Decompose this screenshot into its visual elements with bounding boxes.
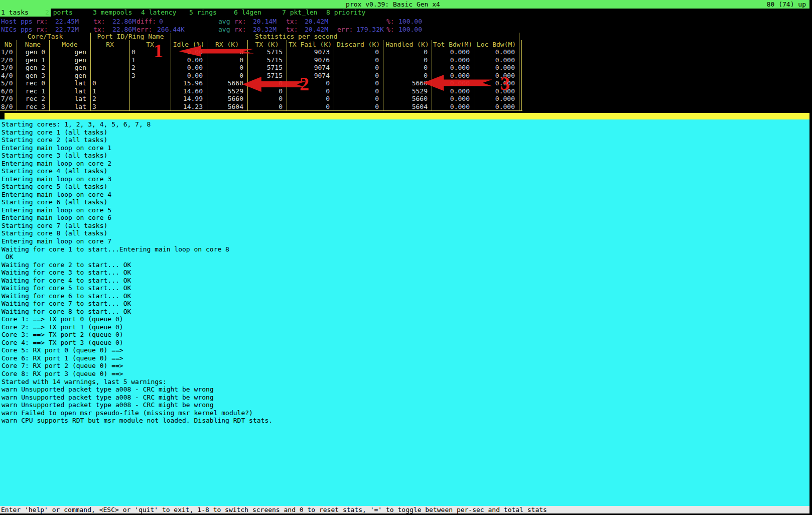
log-line: Waiting for core 2 to start... OK <box>2 261 273 269</box>
table-cell: 5660 <box>208 79 243 87</box>
table-cell: 15.96 <box>172 79 203 87</box>
table-cell: 5/0 <box>1 79 13 87</box>
table-cell: 0 <box>208 64 243 72</box>
annotation-number-1: 1 <box>154 41 163 60</box>
table-cell: 0 <box>92 79 96 87</box>
table-column-separator <box>49 40 50 111</box>
table-cell: 7/0 <box>1 95 13 103</box>
table-cell: 0 <box>131 48 136 56</box>
table-column-header: RX <box>90 41 129 49</box>
table-cell: 0 <box>335 87 379 95</box>
log-line: Entering main loop on core 7 <box>2 237 273 245</box>
table-cell: 0 <box>335 79 379 87</box>
table-column-separator <box>247 40 248 111</box>
log-line: Entering main loop on core 2 <box>2 160 273 168</box>
log-line: Starting cores: 1, 2, 3, 4, 5, 6, 7, 8 <box>2 120 273 128</box>
log-line: warn Failed to open msr pseudo-file (mis… <box>2 409 273 417</box>
table-cell: 3 <box>92 103 96 111</box>
table-cell: 5715 <box>248 72 283 80</box>
log-line: warn Unsupported packet type a008 - CRC … <box>2 385 273 394</box>
table-cell: 9076 <box>288 56 330 64</box>
table-cell: 0.000 <box>433 103 470 111</box>
log-line: Starting core 1 (all tasks) <box>2 128 273 137</box>
table-cell: 0 <box>248 103 283 111</box>
table-cell: 1 <box>131 56 136 64</box>
table-cell: 9073 <box>288 48 330 56</box>
table-cell: 2/0 <box>1 56 13 64</box>
log-area: Starting cores: 1, 2, 3, 4, 5, 6, 7, 8St… <box>2 120 273 425</box>
table-column-header: Discard (K) <box>334 41 383 49</box>
annotation-number-2: 2 <box>300 74 309 93</box>
log-line: Starting core 2 (all tasks) <box>2 136 273 144</box>
log-line: Waiting for core 1 to start...Entering m… <box>2 245 273 253</box>
table-cell: 0.000 <box>433 95 470 103</box>
log-line: OK <box>2 253 273 261</box>
table-cell: 14.60 <box>172 87 203 95</box>
table-cell: lat <box>50 103 86 111</box>
log-line: Starting core 6 (all tasks) <box>2 198 273 206</box>
table-cell: 6/0 <box>1 87 13 95</box>
table-column-separator <box>334 40 334 111</box>
divider-bar <box>0 113 809 119</box>
table-cell: lat <box>50 79 86 87</box>
table-cell: gen <box>50 56 86 64</box>
table-cell: 0 <box>335 103 379 111</box>
log-line: Waiting for core 7 to start... OK <box>2 300 273 308</box>
status-bar[interactable]: Enter 'help' or command, <ESC> or 'quit'… <box>0 506 809 513</box>
table-right-border <box>521 40 522 111</box>
table-column-separator <box>383 40 383 111</box>
table-cell: gen <box>50 48 86 56</box>
table-cell: 0.00 <box>172 64 203 72</box>
table-cell: 0 <box>335 95 379 103</box>
table-cell: 0 <box>384 72 428 80</box>
table-cell: rec 2 <box>18 95 45 103</box>
log-line: Starting core 4 (all tasks) <box>2 167 273 175</box>
table-cell: 0.000 <box>433 56 470 64</box>
table-cell: 3/0 <box>1 64 13 72</box>
table-cell: 0 <box>335 64 379 72</box>
table-cell: 8/0 <box>1 103 13 111</box>
log-background: Starting cores: 1, 2, 3, 4, 5, 6, 7, 8St… <box>0 119 809 506</box>
table-cell: 0.000 <box>475 103 515 111</box>
table-cell: lat <box>50 87 86 95</box>
log-line: Entering main loop on core 6 <box>2 214 273 222</box>
table-cell: gen 1 <box>18 56 45 64</box>
log-line: warn CPU supports RDT but msr module not… <box>2 417 273 425</box>
table-cell: 0 <box>384 48 428 56</box>
table-cell: 0 <box>248 95 283 103</box>
table-cell: gen 2 <box>18 64 45 72</box>
table-cell: 0 <box>288 95 330 103</box>
table-cell: 0.000 <box>433 64 470 72</box>
table-cell: 4/0 <box>1 72 13 80</box>
log-line: Waiting for core 3 to start... OK <box>2 269 273 277</box>
log-line: Core 3: ==> TX port 2 (queue 0) <box>2 331 273 339</box>
table-group-header: Port ID/Ring Name <box>97 33 164 41</box>
table-cell: 2 <box>92 95 96 103</box>
log-line: Entering main loop on core 1 <box>2 144 273 152</box>
table-column-separator <box>287 40 287 111</box>
table-cell: 5604 <box>384 103 428 111</box>
log-line: Core 7: RX port 2 (queue 0) ==> <box>2 362 273 370</box>
table-cell: 0 <box>384 56 428 64</box>
log-line: Waiting for core 4 to start... OK <box>2 277 273 285</box>
log-line: Waiting for core 6 to start... OK <box>2 292 273 300</box>
table-group-header: Core/Task <box>28 33 63 41</box>
log-line: Starting core 3 (all tasks) <box>2 152 273 160</box>
table-cell: 5660 <box>384 79 428 87</box>
table-cell: 5660 <box>208 95 243 103</box>
table-column-header: TX (K) <box>247 41 287 49</box>
table-group-header: Statistics per second <box>255 33 337 41</box>
table-cell: 3 <box>131 72 136 80</box>
log-line: Starting core 8 (all tasks) <box>2 229 273 237</box>
table-cell: 5715 <box>248 56 283 64</box>
table-cell: gen <box>50 64 86 72</box>
log-line: Entering main loop on core 4 <box>2 191 273 199</box>
table-cell: 0.000 <box>475 64 515 72</box>
table-cell: 5604 <box>208 103 243 111</box>
log-line: Starting core 7 (all tasks) <box>2 222 273 230</box>
table-cell: gen 0 <box>18 48 45 56</box>
table-column-header: Mode <box>49 41 90 49</box>
log-line: Entering main loop on core 3 <box>2 175 273 183</box>
table-cell: 5529 <box>384 87 428 95</box>
log-line: Entering main loop on core 5 <box>2 206 273 214</box>
